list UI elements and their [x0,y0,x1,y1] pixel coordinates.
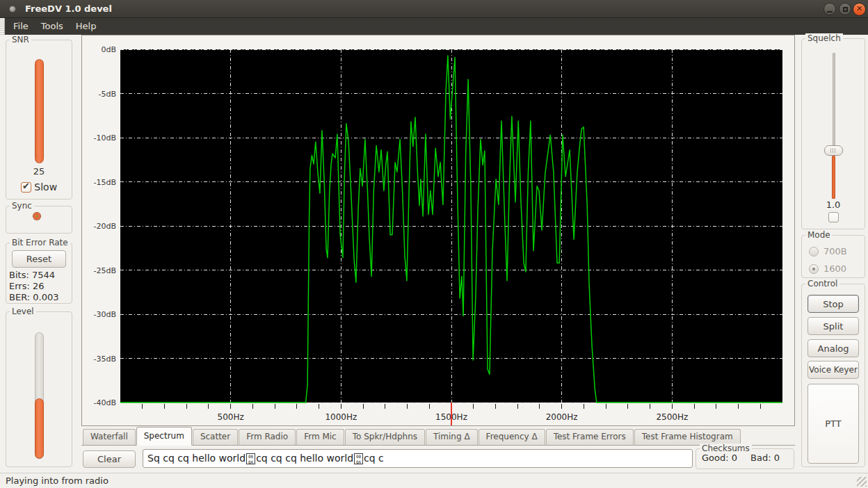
menu-item-file[interactable]: File [7,18,35,35]
status-bar: Playing into from radio [0,473,868,488]
bits-stat: Bits: 7544 [9,270,55,280]
level-group: Level [6,311,72,467]
checksums-bad: Bad: 0 [750,453,780,463]
sync-led-indicator [33,213,40,220]
tab-test-frame-histogram[interactable]: Test Frame Histogram [634,429,741,445]
svg-text:2500Hz: 2500Hz [656,412,688,422]
mode-radio-700b[interactable]: 700B [809,244,847,254]
svg-text:-10dB: -10dB [94,133,117,143]
control-char-glyph: 000A [246,453,255,464]
close-icon: ✕ [853,4,865,13]
level-label: Level [10,307,36,316]
tab-to-spkr-hdphns[interactable]: To Spkr/Hdphns [345,429,425,445]
checksums-good: Good: 0 [702,453,737,463]
mode-label: Mode [805,230,833,240]
status-text: Playing into from radio [6,475,108,486]
tab-scatter[interactable]: Scatter [193,429,238,445]
menu-gripper [0,18,5,35]
mode-radio-label: 1600 [823,263,846,274]
minimize-icon [827,11,833,13]
resize-grip-icon[interactable] [857,477,867,487]
spectrum-plot-panel: 0dB-5dB-10dB-15dB-20dB-25dB-30dB-35dB-40… [81,35,795,426]
tx-text-input[interactable]: Sq cq cq hello world000Acq cq cq hello w… [143,449,693,468]
control-group: Control PTT StopSplitAnalogVoice Keyer [801,284,865,467]
spectrum-chart: 0dB-5dB-10dB-15dB-20dB-25dB-30dB-35dB-40… [82,35,794,425]
reset-button[interactable]: Reset [12,250,66,268]
level-gauge-fill [35,398,44,459]
svg-text:0dB: 0dB [101,45,116,54]
tab-waterfall[interactable]: Waterfall [83,429,136,445]
radio-icon [809,264,819,274]
minimize-button[interactable] [823,3,836,15]
mode-group: Mode 700B1600 [801,235,865,278]
control-char-glyph: 000A [354,453,363,464]
svg-text:-15dB: -15dB [94,178,117,187]
maximize-icon [843,7,848,12]
snr-label: SNR [10,35,31,44]
squelch-slider-fill [832,156,835,199]
svg-text:500Hz: 500Hz [218,412,244,422]
tab-timing[interactable]: Timing Δ [426,429,478,445]
svg-text:-5dB: -5dB [99,90,117,99]
sync-group: Sync [6,206,72,234]
tab-spectrum[interactable]: Spectrum [136,427,192,446]
squelch-group: Squelch 1.0 [801,38,865,229]
window-title: FreeDV 1.0 devel [25,0,112,17]
radio-icon [809,247,819,257]
title-bar: FreeDV 1.0 devel ✕ [0,0,868,18]
menu-item-help[interactable]: Help [70,18,103,35]
snr-slow-row: Slow [6,181,72,193]
snr-group: SNR 25 Slow [6,40,72,200]
errs-stat: Errs: 26 [9,281,45,291]
split-button[interactable]: Split [807,317,859,335]
snr-gauge [35,59,44,163]
checksums-group: Checksums Good: 0 Bad: 0 [696,448,794,469]
clear-button[interactable]: Clear [83,450,136,468]
menu-bar: FileToolsHelp [0,18,868,35]
mode-radio-label: 700B [823,246,847,257]
maximize-button[interactable] [839,3,851,15]
snr-value: 25 [6,166,72,177]
menu-item-tools[interactable]: Tools [35,18,70,35]
slow-checkbox[interactable] [21,182,31,193]
mode-radio-1600[interactable]: 1600 [809,261,846,272]
control-label: Control [805,279,839,288]
tab-test-frame-errors[interactable]: Test Frame Errors [546,429,634,445]
svg-text:2000Hz: 2000Hz [546,412,578,422]
svg-text:-40dB: -40dB [94,398,117,407]
analog-button[interactable]: Analog [807,339,859,357]
checksums-label: Checksums [700,444,752,453]
voice-keyer-button[interactable]: Voice Keyer [807,361,859,379]
tx-text-segment: Sq cq cq hello world [147,453,246,464]
squelch-enable-checkbox[interactable] [828,212,839,222]
svg-text:-25dB: -25dB [94,266,117,275]
close-button[interactable]: ✕ [853,3,866,16]
app-window: FreeDV 1.0 devel ✕ FileToolsHelp SNR 25 … [0,0,868,488]
slow-checkbox-label: Slow [34,181,57,193]
squelch-slider-track [833,53,835,150]
svg-text:-35dB: -35dB [94,355,117,364]
ber-stat: BER: 0.003 [9,292,59,302]
bit-error-rate-group: Bit Error Rate Reset Bits: 7544 Errs: 26… [6,243,72,304]
tx-text-segment: cq cq cq hello world [256,453,353,464]
svg-text:-30dB: -30dB [94,310,117,319]
tab-frequency[interactable]: Frequency Δ [479,429,545,445]
tab-frm-mic[interactable]: Frm Mic [296,429,344,445]
bit-error-rate-label: Bit Error Rate [10,238,70,247]
app-icon [9,6,16,13]
svg-text:-20dB: -20dB [94,222,117,231]
squelch-slider-handle[interactable] [824,145,843,156]
svg-text:1000Hz: 1000Hz [325,412,357,422]
tx-text-segment: cq c [364,453,384,464]
squelch-label: Squelch [805,33,843,43]
squelch-value: 1.0 [802,200,865,210]
tab-bar: WaterfallSpectrumScatterFrm RadioFrm Mic… [81,427,795,446]
ptt-button[interactable]: PTT [807,384,859,464]
stop-button[interactable]: Stop [807,295,859,313]
sync-label: Sync [10,201,34,211]
tab-frm-radio[interactable]: Frm Radio [239,429,296,445]
